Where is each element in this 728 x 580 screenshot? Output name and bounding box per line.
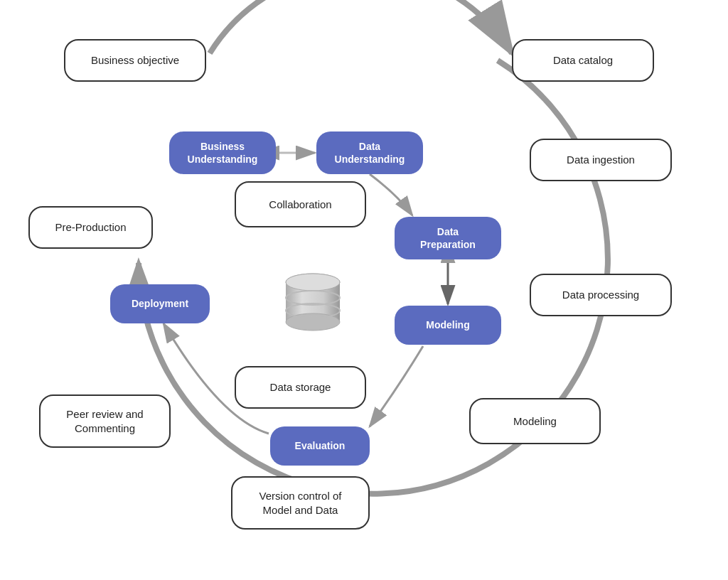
modeling-inner-node: Modeling: [395, 306, 501, 345]
data-catalog-node: Data catalog: [512, 39, 654, 82]
modeling-outer-node: Modeling: [469, 398, 601, 444]
collaboration-node: Collaboration: [235, 181, 366, 227]
business-objective-node: Business objective: [64, 39, 206, 82]
version-control-node: Version control ofModel and Data: [231, 476, 370, 530]
deployment-node: Deployment: [110, 284, 210, 323]
evaluation-node: Evaluation: [270, 426, 370, 466]
svg-point-8: [286, 274, 340, 291]
database-icon: [277, 267, 348, 338]
pre-production-node: Pre-Production: [28, 206, 153, 249]
peer-review-node: Peer review andCommenting: [39, 394, 171, 448]
diagram-container: Business objectiveData catalogPre-Produc…: [0, 0, 728, 580]
business-understanding-node: BusinessUnderstanding: [169, 131, 276, 174]
data-preparation-node: DataPreparation: [395, 217, 501, 259]
data-storage-node: Data storage: [235, 366, 366, 409]
data-ingestion-node: Data ingestion: [530, 139, 672, 181]
data-processing-node: Data processing: [530, 274, 672, 316]
data-understanding-node: DataUnderstanding: [316, 131, 423, 174]
